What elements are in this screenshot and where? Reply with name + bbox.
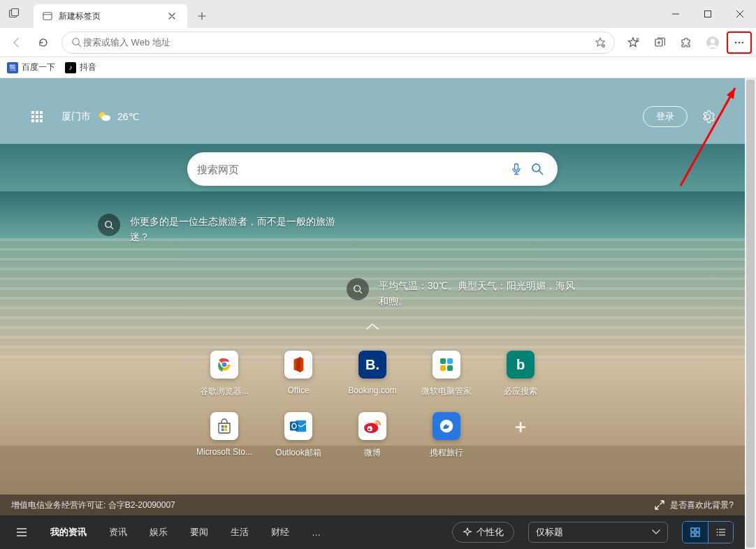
- svg-rect-18: [31, 115, 34, 118]
- tile-ms-store[interactable]: Microsoft Sto...: [187, 411, 261, 472]
- tab-close-button[interactable]: [165, 9, 179, 23]
- svg-point-31: [354, 286, 361, 292]
- tab-favicon-icon: [42, 10, 53, 22]
- favorite-baidu[interactable]: 熊 百度一下: [7, 61, 55, 73]
- svg-rect-58: [696, 533, 699, 536]
- svg-rect-5: [705, 11, 711, 17]
- svg-rect-19: [36, 115, 38, 118]
- view-list-button[interactable]: [708, 522, 733, 543]
- svg-rect-55: [691, 528, 695, 532]
- svg-rect-57: [691, 533, 695, 536]
- refresh-button[interactable]: [31, 31, 56, 54]
- tab-actions-button[interactable]: [0, 0, 28, 28]
- extensions-button[interactable]: [674, 31, 699, 54]
- sparkle-icon: [463, 527, 472, 537]
- tile-ctrip[interactable]: 携程旅行: [409, 411, 484, 472]
- nav-cat-more[interactable]: …: [307, 525, 325, 541]
- svg-rect-40: [221, 425, 224, 428]
- svg-rect-2: [43, 13, 52, 20]
- tile-office[interactable]: Office: [261, 349, 335, 411]
- back-button[interactable]: [4, 31, 29, 54]
- tile-label: Outlook邮箱: [275, 447, 321, 459]
- profile-button[interactable]: [700, 31, 725, 54]
- favorite-label: 抖音: [80, 61, 96, 73]
- ntp-search-box[interactable]: [187, 152, 558, 186]
- chevron-down-icon: [652, 529, 660, 535]
- tab-title: 新建标签页: [59, 10, 159, 22]
- expand-icon[interactable]: [655, 500, 664, 510]
- collapse-tiles-button[interactable]: [365, 323, 379, 331]
- search-icon: [347, 278, 369, 300]
- address-bar[interactable]: [61, 31, 615, 54]
- nav-cat-top[interactable]: 要闻: [186, 523, 212, 541]
- annotation-arrow: [671, 78, 745, 193]
- bg-feedback-text[interactable]: 是否喜欢此背景?: [670, 499, 734, 511]
- nav-menu-button[interactable]: [11, 522, 32, 543]
- personalize-button[interactable]: 个性化: [452, 522, 514, 543]
- tile-booking[interactable]: B. Booking.com: [335, 349, 409, 411]
- nav-cat-life[interactable]: 生活: [226, 523, 253, 541]
- nav-cat-finance[interactable]: 财经: [267, 523, 293, 541]
- douyin-icon: ♪: [65, 62, 76, 73]
- nav-cat-entertainment[interactable]: 娱乐: [145, 523, 172, 541]
- nav-cat-my-feed[interactable]: 我的资讯: [46, 523, 91, 541]
- ntp-settings-button[interactable]: [699, 108, 717, 126]
- collections-button[interactable]: [647, 31, 672, 54]
- baidu-icon: 熊: [7, 62, 18, 73]
- favorites-button[interactable]: [620, 31, 646, 54]
- favorite-star-icon[interactable]: [593, 36, 607, 50]
- svg-point-11: [711, 38, 715, 43]
- window-minimize-button[interactable]: [660, 0, 692, 28]
- tab-newtab[interactable]: 新建标签页: [34, 4, 187, 28]
- ntp-search-input[interactable]: [197, 163, 506, 175]
- svg-point-63: [716, 532, 718, 533]
- search-submit-icon[interactable]: [527, 159, 548, 180]
- svg-rect-56: [696, 528, 699, 532]
- voice-search-icon[interactable]: [506, 159, 527, 180]
- ctrip-icon: [432, 412, 460, 440]
- tile-chrome[interactable]: 谷歌浏览器...: [187, 349, 261, 411]
- promo-card-1[interactable]: 你更多的是一位生态旅游者，而不是一般的旅游迷？: [98, 214, 335, 245]
- view-grid-button[interactable]: [683, 522, 708, 543]
- vertical-scrollbar[interactable]: [745, 78, 756, 549]
- svg-point-64: [716, 534, 718, 536]
- favorite-label: 百度一下: [22, 61, 55, 73]
- apps-grid-button[interactable]: [28, 108, 46, 126]
- scrollbar-thumb[interactable]: [746, 80, 755, 548]
- favorite-douyin[interactable]: ♪ 抖音: [65, 61, 96, 73]
- tab-strip: 新建标签页: [28, 0, 660, 28]
- svg-point-29: [106, 221, 112, 228]
- nav-cat-news[interactable]: 资讯: [105, 523, 131, 541]
- chrome-icon: [210, 351, 238, 379]
- window-maximize-button[interactable]: [692, 0, 724, 28]
- tile-label: 携程旅行: [430, 447, 463, 459]
- promo-card-2[interactable]: 平均气温：30℃。典型天气：阳光明媚，海风和煦。: [347, 278, 584, 309]
- svg-point-25: [101, 115, 110, 121]
- tile-label: 必应搜索: [504, 386, 537, 397]
- login-button[interactable]: 登录: [643, 106, 688, 127]
- bing-icon: b: [507, 351, 535, 379]
- settings-more-button[interactable]: [727, 31, 752, 54]
- weather-city: 厦门市: [61, 110, 91, 123]
- plus-icon: ＋: [507, 412, 535, 440]
- svg-rect-15: [31, 111, 34, 114]
- tile-outlook[interactable]: Outlook邮箱: [261, 411, 335, 472]
- svg-point-62: [716, 529, 718, 530]
- tile-pc-manager[interactable]: 微软电脑管家: [409, 349, 484, 411]
- address-input[interactable]: [83, 37, 593, 47]
- quick-links-grid: 谷歌浏览器... Office B. Booking.com 微软电脑管家 b …: [187, 349, 558, 472]
- svg-rect-16: [36, 111, 38, 114]
- tile-weibo[interactable]: 微博: [335, 411, 409, 472]
- new-tab-button[interactable]: [191, 6, 212, 27]
- svg-point-49: [368, 428, 370, 430]
- tile-bing[interactable]: b 必应搜索: [484, 349, 558, 411]
- svg-point-51: [447, 424, 449, 425]
- weather-widget[interactable]: 厦门市 26℃: [61, 109, 140, 124]
- svg-rect-21: [31, 119, 34, 122]
- layout-select[interactable]: 仅标题: [528, 522, 668, 543]
- svg-point-14: [742, 41, 744, 43]
- tile-label: 谷歌浏览器...: [200, 386, 249, 397]
- tile-add[interactable]: ＋: [484, 411, 558, 472]
- svg-marker-66: [727, 88, 735, 99]
- window-close-button[interactable]: [724, 0, 756, 28]
